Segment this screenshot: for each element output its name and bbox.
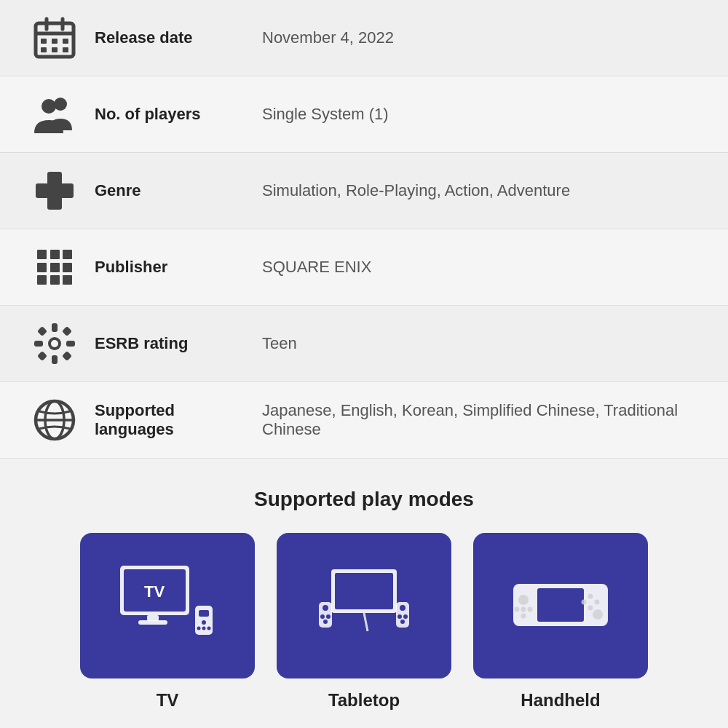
svg-point-56 — [323, 620, 328, 624]
svg-rect-12 — [47, 172, 62, 185]
svg-rect-33 — [62, 326, 72, 336]
tabletop-card — [277, 533, 451, 678]
svg-rect-43 — [138, 620, 167, 625]
svg-point-59 — [397, 614, 402, 619]
svg-rect-42 — [147, 615, 159, 621]
svg-rect-25 — [63, 275, 72, 285]
tv-label: TV — [157, 690, 179, 711]
svg-point-27 — [51, 340, 58, 347]
row-no-of-players: No. of players Single System (1) — [0, 76, 728, 153]
supported-languages-value: Japanese, English, Korean, Simplified Ch… — [248, 401, 706, 439]
svg-rect-13 — [47, 197, 62, 210]
svg-point-48 — [202, 627, 206, 630]
svg-rect-23 — [37, 275, 47, 285]
svg-point-55 — [326, 614, 331, 619]
svg-point-71 — [595, 600, 600, 605]
play-modes-container: TV TV — [0, 526, 728, 728]
svg-point-74 — [593, 609, 603, 620]
tv-card: TV — [80, 533, 255, 678]
calendar-icon — [22, 16, 87, 60]
svg-rect-20 — [37, 263, 47, 272]
svg-rect-4 — [41, 39, 47, 44]
svg-rect-16 — [47, 183, 62, 198]
handheld-card — [473, 533, 648, 678]
row-supported-languages: Supported languages Japanese, English, K… — [0, 382, 728, 459]
genre-label: Genre — [87, 181, 248, 200]
svg-rect-9 — [63, 47, 68, 52]
svg-point-47 — [197, 627, 201, 630]
svg-rect-6 — [63, 39, 68, 44]
esrb-rating-value: Teen — [248, 334, 706, 353]
svg-point-49 — [207, 627, 211, 630]
players-icon — [22, 92, 87, 136]
genre-value: Simulation, Role-Playing, Action, Advent… — [248, 181, 706, 200]
svg-rect-34 — [37, 351, 47, 361]
svg-point-58 — [400, 605, 405, 611]
esrb-icon — [22, 322, 87, 365]
publisher-icon — [22, 245, 87, 289]
release-date-value: November 4, 2022 — [248, 28, 706, 47]
svg-point-72 — [582, 600, 587, 605]
play-mode-tabletop: Tabletop — [277, 533, 451, 711]
svg-point-68 — [528, 607, 533, 612]
svg-point-53 — [323, 605, 328, 611]
svg-point-60 — [403, 614, 408, 619]
svg-point-66 — [515, 607, 520, 612]
svg-point-73 — [588, 606, 593, 611]
svg-rect-21 — [50, 263, 60, 272]
play-mode-handheld: Handheld — [473, 533, 648, 711]
no-of-players-value: Single System (1) — [248, 105, 706, 124]
svg-point-61 — [400, 620, 405, 624]
publisher-value: SQUARE ENIX — [248, 258, 706, 277]
svg-rect-7 — [41, 47, 47, 52]
svg-point-67 — [521, 607, 526, 612]
row-genre: Genre Simulation, Role-Playing, Action, … — [0, 153, 728, 229]
svg-rect-30 — [34, 341, 43, 347]
svg-rect-32 — [37, 326, 47, 336]
svg-point-65 — [518, 595, 529, 605]
play-mode-tv: TV TV — [80, 533, 255, 711]
svg-rect-18 — [50, 250, 60, 259]
row-publisher: Publisher SQUARE ENIX — [0, 229, 728, 306]
play-modes-title: Supported play modes — [0, 459, 728, 526]
supported-languages-label: Supported languages — [87, 401, 248, 439]
svg-rect-24 — [50, 275, 60, 285]
svg-point-69 — [521, 614, 526, 619]
svg-rect-19 — [63, 250, 72, 259]
no-of-players-label: No. of players — [87, 105, 248, 124]
svg-rect-17 — [37, 250, 47, 259]
publisher-label: Publisher — [87, 258, 248, 277]
svg-point-54 — [320, 614, 325, 619]
svg-rect-29 — [52, 355, 58, 364]
tabletop-label: Tabletop — [328, 690, 400, 711]
svg-rect-15 — [60, 183, 74, 198]
esrb-rating-label: ESRB rating — [87, 334, 248, 353]
svg-rect-35 — [62, 351, 72, 361]
svg-rect-31 — [66, 341, 75, 347]
svg-rect-45 — [199, 610, 209, 617]
release-date-label: Release date — [87, 28, 248, 47]
globe-icon — [22, 398, 87, 442]
svg-point-70 — [588, 594, 593, 599]
row-esrb-rating: ESRB rating Teen — [0, 306, 728, 382]
genre-icon — [22, 169, 87, 213]
svg-rect-8 — [52, 47, 58, 52]
svg-point-10 — [54, 98, 67, 111]
svg-rect-51 — [335, 573, 393, 609]
svg-rect-5 — [52, 39, 58, 44]
svg-rect-28 — [52, 323, 58, 332]
svg-point-11 — [41, 99, 56, 114]
handheld-label: Handheld — [521, 690, 600, 711]
row-release-date: Release date November 4, 2022 — [0, 0, 728, 76]
info-table: Release date November 4, 2022 No. of pla… — [0, 0, 728, 459]
svg-point-46 — [202, 620, 206, 625]
svg-text:TV: TV — [144, 582, 165, 601]
svg-rect-22 — [63, 263, 72, 272]
svg-rect-14 — [36, 183, 49, 198]
svg-line-62 — [364, 613, 368, 631]
svg-rect-64 — [537, 588, 584, 622]
